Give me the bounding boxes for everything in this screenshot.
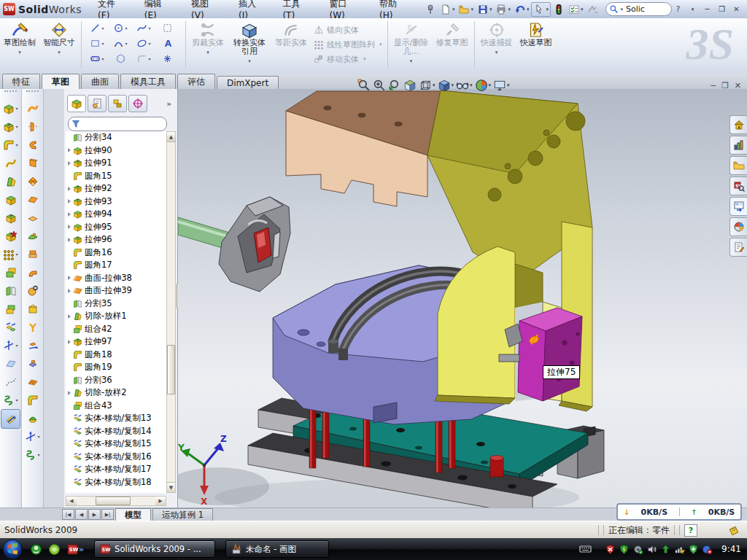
surf-flat-icon[interactable] bbox=[22, 209, 43, 227]
tree-horizontal-scrollbar[interactable]: ◀ ▶ bbox=[66, 496, 166, 506]
tree-item[interactable]: 拉伸97 bbox=[66, 335, 166, 349]
ribbon-tab-DimXpert[interactable]: DimXpert bbox=[217, 76, 279, 89]
surf-move-icon[interactable] bbox=[22, 336, 43, 354]
doc-close-button[interactable]: ✕ bbox=[735, 81, 741, 90]
tree-item[interactable]: 拉伸93 bbox=[66, 195, 166, 209]
tree-item[interactable]: 分割35 bbox=[66, 298, 166, 311]
expand-arrow-icon[interactable] bbox=[68, 161, 71, 166]
plane-icon[interactable] bbox=[0, 354, 21, 373]
quick-launch-overflow-icon[interactable]: » bbox=[79, 545, 84, 554]
quick-tips-icon[interactable]: ? bbox=[684, 524, 697, 537]
scroll-left-icon[interactable]: ◀ bbox=[66, 497, 77, 505]
surf-knit-icon[interactable] bbox=[22, 227, 43, 245]
spline-icon[interactable]: ▾ bbox=[132, 20, 155, 36]
zoom-fit-icon[interactable] bbox=[357, 79, 371, 92]
undo-icon[interactable]: ▾ bbox=[513, 3, 531, 16]
panel-expand-chevron[interactable]: » bbox=[166, 99, 176, 109]
hide-show-icon[interactable]: ▾ bbox=[456, 79, 473, 92]
save-icon[interactable]: ▾ bbox=[476, 3, 494, 16]
surf-extrude-icon[interactable] bbox=[22, 154, 43, 172]
surf-sheet-icon[interactable] bbox=[22, 190, 43, 209]
expand-arrow-icon[interactable] bbox=[68, 276, 71, 280]
tree-item[interactable]: 圆角17 bbox=[66, 259, 166, 272]
repair-sketch-button[interactable]: 修复草图 bbox=[433, 20, 472, 72]
overflow-icon[interactable] bbox=[585, 3, 600, 16]
print-icon[interactable]: ▾ bbox=[494, 3, 512, 16]
surf-elbow-icon[interactable] bbox=[22, 263, 43, 281]
display-delete-relations-button[interactable]: 6y 显示/删除几...▾ bbox=[390, 20, 433, 72]
split-icon[interactable] bbox=[0, 281, 21, 300]
options-icon[interactable]: ▾ bbox=[567, 3, 585, 16]
taskbar-task[interactable]: SWSolidWorks 2009 - ... bbox=[94, 540, 215, 558]
view-settings-icon[interactable]: ▾ bbox=[493, 79, 510, 92]
tree-item[interactable]: 实体-移动/复制14 bbox=[66, 425, 166, 438]
sw-search-icon[interactable]: SW bbox=[729, 176, 747, 195]
tree-item[interactable]: 实体-移动/复制17 bbox=[66, 463, 166, 476]
tree-item[interactable]: 分割34 bbox=[66, 131, 166, 144]
ref-geometry-icon[interactable]: ▾ bbox=[0, 336, 21, 354]
quick-snaps-button[interactable]: 快速捕捉▾ bbox=[477, 20, 516, 72]
chevron-down-icon[interactable]: ▾ bbox=[620, 7, 623, 12]
tray-shield-red-icon[interactable] bbox=[605, 544, 616, 555]
trim-entities-button[interactable]: 剪裁实体▾ bbox=[188, 20, 228, 72]
move-entities-button[interactable]: 移动实体▾ bbox=[314, 52, 382, 66]
doc-tab-模型[interactable]: 模型 bbox=[115, 508, 151, 521]
helix-icon[interactable]: ▾ bbox=[22, 446, 43, 464]
boss-icon[interactable] bbox=[0, 190, 21, 209]
combine-icon[interactable] bbox=[0, 263, 21, 281]
design-library-icon[interactable] bbox=[729, 136, 747, 155]
scroll-down-icon[interactable]: ▼ bbox=[167, 482, 175, 492]
expand-arrow-icon[interactable] bbox=[68, 148, 71, 152]
tab-propertymanager[interactable] bbox=[88, 95, 107, 112]
tab-configurationmanager[interactable] bbox=[108, 95, 127, 112]
tree-item[interactable]: 拉伸90 bbox=[66, 144, 166, 158]
pin-icon[interactable] bbox=[423, 3, 438, 16]
scrollbar-thumb[interactable] bbox=[167, 345, 175, 394]
text-icon[interactable]: A bbox=[155, 36, 179, 51]
expand-arrow-icon[interactable] bbox=[68, 238, 71, 242]
rapid-sketch-button[interactable]: 快速草图 bbox=[516, 20, 556, 72]
helix-icon[interactable]: ▾ bbox=[0, 391, 21, 409]
tree-item[interactable]: 实体-移动/复制15 bbox=[66, 438, 166, 451]
instant3d-icon[interactable] bbox=[1, 409, 20, 429]
linear-pattern-button[interactable]: 线性草图阵列▾ bbox=[314, 38, 382, 51]
surf-sweep-icon[interactable] bbox=[22, 99, 43, 117]
tree-item[interactable]: 拉伸94 bbox=[66, 208, 166, 221]
tray-network-warning-icon[interactable]: ! bbox=[674, 544, 685, 555]
tree-filter-box[interactable] bbox=[68, 117, 167, 131]
surf-map-icon[interactable] bbox=[22, 373, 43, 391]
help-button[interactable]: ? bbox=[672, 4, 684, 15]
restore-button[interactable]: ❐ bbox=[716, 4, 728, 15]
lofted-icon[interactable] bbox=[0, 172, 21, 190]
tab-featuremanager-tree[interactable] bbox=[67, 95, 86, 112]
expand-arrow-icon[interactable] bbox=[68, 314, 71, 319]
tag-icon[interactable] bbox=[728, 524, 740, 536]
tab-dimxpertmanager[interactable] bbox=[128, 95, 147, 112]
ql-solidworks-icon[interactable]: SW bbox=[66, 543, 79, 556]
mirror-entities-button[interactable]: 镜向实体 bbox=[314, 23, 382, 36]
select-icon[interactable]: ▾ bbox=[531, 2, 551, 17]
ribbon-tab-特征[interactable]: 特征 bbox=[2, 74, 40, 89]
apply-scene-icon[interactable]: ▾ bbox=[475, 79, 492, 92]
extruded-cut-icon[interactable]: ▾ bbox=[0, 117, 21, 136]
tray-gear-icon[interactable] bbox=[632, 544, 643, 555]
zoom-prev-icon[interactable] bbox=[388, 79, 401, 92]
cut-icon[interactable] bbox=[0, 209, 21, 227]
rectangle-icon[interactable]: ▾ bbox=[85, 36, 109, 51]
scrollbar-thumb[interactable] bbox=[96, 497, 131, 505]
surf-c-icon[interactable] bbox=[22, 136, 43, 154]
next-tab-icon[interactable]: ▶ bbox=[88, 509, 101, 520]
curve-icon[interactable] bbox=[0, 373, 21, 391]
expand-arrow-icon[interactable] bbox=[68, 212, 71, 217]
expand-arrow-icon[interactable] bbox=[68, 289, 71, 293]
tree-item[interactable]: 拉伸95 bbox=[66, 221, 166, 234]
tree-item[interactable]: 切除-放样2 bbox=[66, 386, 166, 400]
tray-shield-green-icon[interactable] bbox=[619, 544, 630, 555]
surf-pin-icon[interactable] bbox=[22, 354, 43, 373]
tree-item[interactable]: 分割36 bbox=[66, 374, 166, 387]
ql-messenger-icon[interactable] bbox=[30, 543, 42, 556]
ribbon-tab-评估[interactable]: 评估 bbox=[177, 74, 215, 89]
smart-dimension-button[interactable]: 智能尺寸▾ bbox=[39, 20, 79, 72]
tree-item[interactable]: 圆角15 bbox=[66, 170, 166, 183]
taskbar-clock[interactable]: 9:41 bbox=[716, 544, 741, 554]
